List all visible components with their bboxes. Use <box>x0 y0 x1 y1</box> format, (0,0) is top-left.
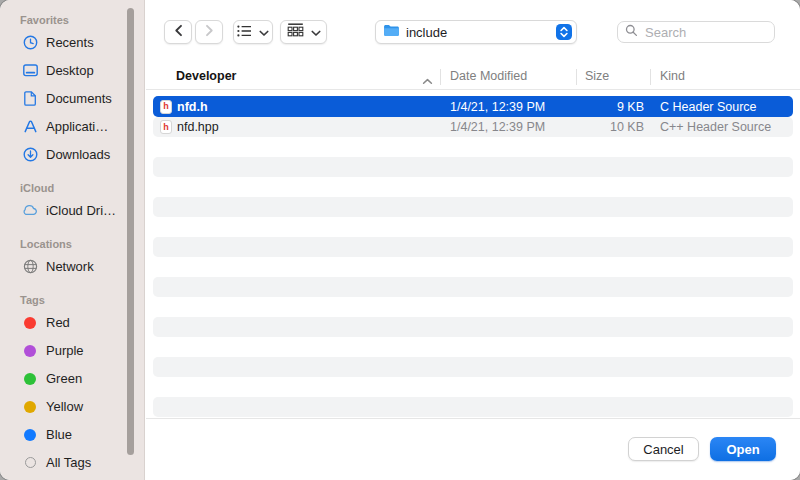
sidebar-item-label: Desktop <box>46 63 94 78</box>
sidebar-item-desktop[interactable]: Desktop <box>21 62 144 79</box>
sidebar-item-tag-blue[interactable]: Blue <box>21 426 144 443</box>
file-kind: C Header Source <box>660 100 757 114</box>
section-label-tags: Tags <box>20 294 144 306</box>
sidebar-item-documents[interactable]: Documents <box>21 90 144 107</box>
empty-row-stripe <box>153 317 793 337</box>
tag-dot-yellow-icon <box>21 398 39 415</box>
sidebar-scrollbar-thumb[interactable] <box>127 8 134 455</box>
view-group-button[interactable] <box>280 20 327 44</box>
file-name: nfd.h <box>177 100 208 114</box>
file-row-nfd-hpp[interactable]: h nfd.hpp 1/4/21, 12:39 PM 10 KB C++ Hea… <box>153 117 793 137</box>
chevron-left-icon <box>174 23 183 41</box>
sidebar-item-label: iCloud Dri… <box>46 203 116 218</box>
tag-dot-red-icon <box>21 314 39 331</box>
sidebar-item-label: Documents <box>46 91 112 106</box>
column-header-developer[interactable]: Developer <box>176 69 236 83</box>
column-divider <box>576 69 577 85</box>
list-view-icon <box>237 23 252 41</box>
document-icon <box>21 90 39 107</box>
list-header: Developer Date Modified Size Kind <box>146 64 800 90</box>
empty-row-stripe <box>153 397 793 417</box>
tag-dot-blue-icon <box>21 426 39 443</box>
sidebar-section-tags: Tags Red Purple Green Yellow Blue <box>0 294 144 471</box>
popup-stepper-icon <box>556 24 572 40</box>
sidebar-item-applications[interactable]: Applicati… <box>21 118 144 135</box>
search-field[interactable] <box>617 21 775 43</box>
sidebar-item-label: Red <box>46 315 70 330</box>
sidebar-item-label: Yellow <box>46 399 83 414</box>
section-label-favorites: Favorites <box>20 14 144 26</box>
section-label-icloud: iCloud <box>20 182 144 194</box>
location-popup-button[interactable]: include <box>375 20 577 44</box>
file-size: 9 KB <box>576 100 644 114</box>
group-view-icon <box>287 23 304 41</box>
clock-icon <box>21 34 39 51</box>
section-label-locations: Locations <box>20 238 144 250</box>
sidebar-item-label: Applicati… <box>46 119 108 134</box>
all-tags-circle-icon <box>21 454 39 471</box>
empty-row-stripe <box>153 357 793 377</box>
folder-icon <box>383 23 400 41</box>
cancel-button[interactable]: Cancel <box>628 437 699 461</box>
sidebar-item-tag-purple[interactable]: Purple <box>21 342 144 359</box>
chevron-down-icon <box>311 23 321 41</box>
sidebar-item-tag-red[interactable]: Red <box>21 314 144 331</box>
back-button[interactable] <box>164 20 192 44</box>
sidebar-item-label: All Tags <box>46 455 91 470</box>
sidebar-item-label: Blue <box>46 427 72 442</box>
dialog-content: include Developer Date Modified Size Kin… <box>146 0 800 480</box>
sidebar-item-label: Green <box>46 371 82 386</box>
file-open-dialog: Favorites Recents Desktop Documents <box>0 0 800 480</box>
column-divider <box>440 69 441 85</box>
empty-row-stripe <box>153 157 793 177</box>
sidebar-item-label: Recents <box>46 35 94 50</box>
sidebar-section-locations: Locations Network <box>0 238 144 275</box>
tag-dot-purple-icon <box>21 342 39 359</box>
column-header-size[interactable]: Size <box>585 69 609 83</box>
sidebar-item-network[interactable]: Network <box>21 258 144 275</box>
empty-row-stripe <box>153 197 793 217</box>
chevron-right-icon <box>205 23 214 41</box>
tag-dot-green-icon <box>21 370 39 387</box>
sidebar-section-icloud: iCloud iCloud Dri… <box>0 182 144 219</box>
column-divider <box>650 69 651 85</box>
sidebar-item-downloads[interactable]: Downloads <box>21 146 144 163</box>
forward-button[interactable] <box>195 20 223 44</box>
file-name: nfd.hpp <box>177 120 219 134</box>
footer-divider <box>146 418 800 419</box>
sidebar-item-label: Downloads <box>46 147 110 162</box>
empty-row-stripe <box>153 277 793 297</box>
sidebar-item-tag-green[interactable]: Green <box>21 370 144 387</box>
sidebar-item-all-tags[interactable]: All Tags <box>21 454 144 471</box>
sidebar-item-label: Purple <box>46 343 84 358</box>
sidebar-item-tag-yellow[interactable]: Yellow <box>21 398 144 415</box>
file-size: 10 KB <box>576 120 644 134</box>
desktop-icon <box>21 62 39 79</box>
c-header-file-icon: h <box>160 100 172 114</box>
globe-icon <box>21 258 39 275</box>
file-row-nfd-h[interactable]: h nfd.h 1/4/21, 12:39 PM 9 KB C Header S… <box>153 96 793 117</box>
location-popup-value: include <box>406 25 447 40</box>
cpp-header-file-icon: h <box>160 120 172 134</box>
column-header-kind[interactable]: Kind <box>660 69 685 83</box>
download-circle-icon <box>21 146 39 163</box>
sidebar-section-favorites: Favorites Recents Desktop Documents <box>0 14 144 163</box>
sidebar: Favorites Recents Desktop Documents <box>0 0 145 480</box>
search-icon <box>625 23 638 41</box>
sidebar-item-icloud-drive[interactable]: iCloud Dri… <box>21 202 144 219</box>
view-list-button[interactable] <box>233 20 273 44</box>
appstore-icon <box>21 118 39 135</box>
chevron-down-icon <box>259 23 269 41</box>
sort-ascending-icon <box>422 74 433 88</box>
file-kind: C++ Header Source <box>660 120 771 134</box>
column-header-date-modified[interactable]: Date Modified <box>450 69 527 83</box>
sidebar-item-label: Network <box>46 259 94 274</box>
sidebar-item-recents[interactable]: Recents <box>21 34 144 51</box>
file-date-modified: 1/4/21, 12:39 PM <box>450 100 545 114</box>
file-date-modified: 1/4/21, 12:39 PM <box>450 120 545 134</box>
cloud-icon <box>21 202 39 219</box>
open-button[interactable]: Open <box>710 437 776 461</box>
search-input[interactable] <box>643 24 774 41</box>
empty-row-stripe <box>153 237 793 257</box>
